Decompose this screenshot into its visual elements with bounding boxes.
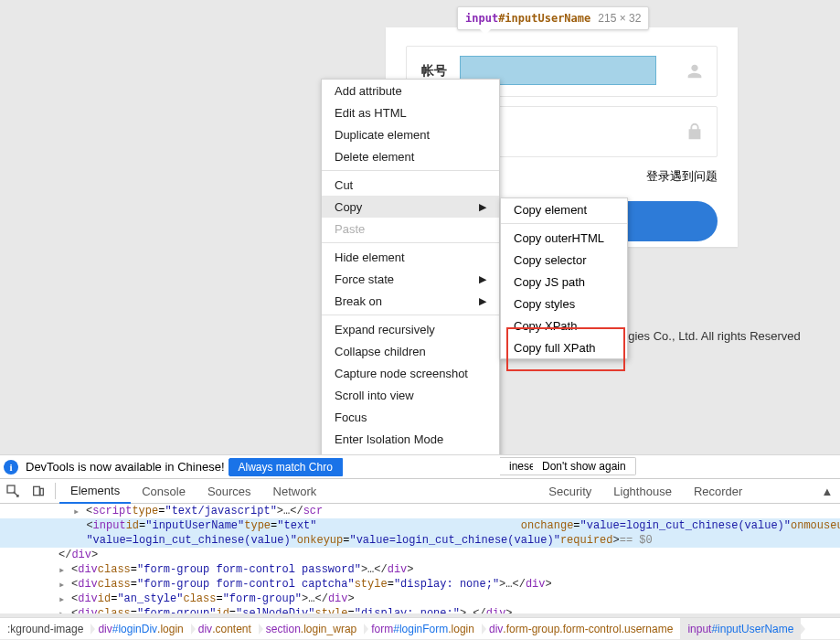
ctx-delete[interactable]: Delete element — [322, 145, 499, 167]
tab-console[interactable]: Console — [131, 478, 197, 504]
bc-item[interactable]: div.form-group.form-control.username — [482, 618, 680, 640]
lock-icon — [673, 122, 717, 142]
ctx-collapse[interactable]: Collapse children — [322, 340, 499, 362]
username-label: 帐号 — [407, 63, 460, 80]
devtools-locale-notification: i DevTools is now available in Chinese! … — [0, 454, 840, 478]
elements-breadcrumb[interactable]: :kground-image div#loginDiv.login div.co… — [0, 617, 840, 639]
tab-security[interactable]: Security — [537, 478, 602, 504]
bc-item[interactable]: :kground-image — [0, 618, 90, 640]
notification-text: DevTools is now available in Chinese! — [26, 460, 225, 474]
tab-recorder[interactable]: Recorder — [683, 478, 753, 504]
ctx-expand[interactable]: Expand recursively — [322, 318, 499, 340]
ctx-add-attribute[interactable]: Add attribute — [322, 80, 499, 101]
copy-element[interactable]: Copy element — [501, 198, 627, 220]
tab-sources[interactable]: Sources — [197, 478, 262, 504]
svg-rect-1 — [34, 486, 40, 495]
ctx-paste: Paste — [322, 218, 499, 240]
inspect-icon[interactable] — [0, 484, 26, 498]
copy-submenu: Copy element Copy outerHTML Copy selecto… — [500, 197, 628, 359]
ctx-force-state[interactable]: Force state▶ — [322, 268, 499, 290]
ctx-break-on[interactable]: Break on▶ — [322, 290, 499, 312]
bc-item[interactable]: div.content — [191, 618, 259, 640]
copy-full-xpath[interactable]: Copy full XPath — [501, 336, 627, 358]
ctx-copy[interactable]: Copy▶ — [322, 196, 499, 218]
bc-item[interactable]: div#loginDiv.login — [90, 618, 190, 640]
preview-icon[interactable]: ▲ — [814, 485, 840, 498]
device-icon[interactable] — [26, 484, 51, 498]
tab-network[interactable]: Network — [262, 478, 328, 504]
devtools-toolbar: Elements Console Sources Network Securit… — [0, 478, 840, 504]
context-menu: Add attribute Edit as HTML Duplicate ele… — [321, 79, 500, 501]
user-icon — [673, 61, 717, 81]
copy-js-path[interactable]: Copy JS path — [501, 271, 627, 293]
copy-styles[interactable]: Copy styles — [501, 293, 627, 315]
svg-rect-2 — [40, 488, 43, 495]
tab-elements[interactable]: Elements — [59, 478, 131, 504]
always-match-button[interactable]: Always match Chro — [229, 458, 343, 476]
elements-dom-tree[interactable]: ▸<script type="text/javascript">…</scr <… — [0, 504, 840, 613]
copy-outerhtml[interactable]: Copy outerHTML — [501, 227, 627, 249]
chevron-right-icon: ▶ — [479, 201, 486, 213]
element-tooltip: input#inputUserName 215 × 32 — [457, 6, 649, 30]
ctx-duplicate[interactable]: Duplicate element — [322, 123, 499, 145]
ctx-hide[interactable]: Hide element — [322, 246, 499, 268]
dont-show-button[interactable]: Don't show again — [533, 457, 636, 475]
tab-lighthouse[interactable]: Lighthouse — [602, 478, 683, 504]
chevron-right-icon: ▶ — [479, 295, 486, 307]
ctx-edit-as-html[interactable]: Edit as HTML — [322, 101, 499, 123]
chevron-right-icon: ▶ — [479, 273, 486, 285]
ctx-cut[interactable]: Cut — [322, 174, 499, 196]
bc-item[interactable]: section.login_wrap — [259, 618, 364, 640]
ctx-scroll[interactable]: Scroll into view — [322, 384, 499, 406]
ctx-focus[interactable]: Focus — [322, 406, 499, 428]
ctx-capture[interactable]: Capture node screenshot — [322, 362, 499, 384]
copy-xpath[interactable]: Copy XPath — [501, 315, 627, 336]
bc-item[interactable]: form#loginForm.login — [364, 618, 482, 640]
ctx-isolation[interactable]: Enter Isolation Mode — [322, 428, 499, 450]
footer-copyright: ogies Co., Ltd. All rights Reserved — [622, 329, 801, 343]
bc-item-active[interactable]: input#inputUserName — [680, 618, 801, 640]
copy-selector[interactable]: Copy selector — [501, 249, 627, 271]
info-icon: i — [4, 460, 18, 475]
